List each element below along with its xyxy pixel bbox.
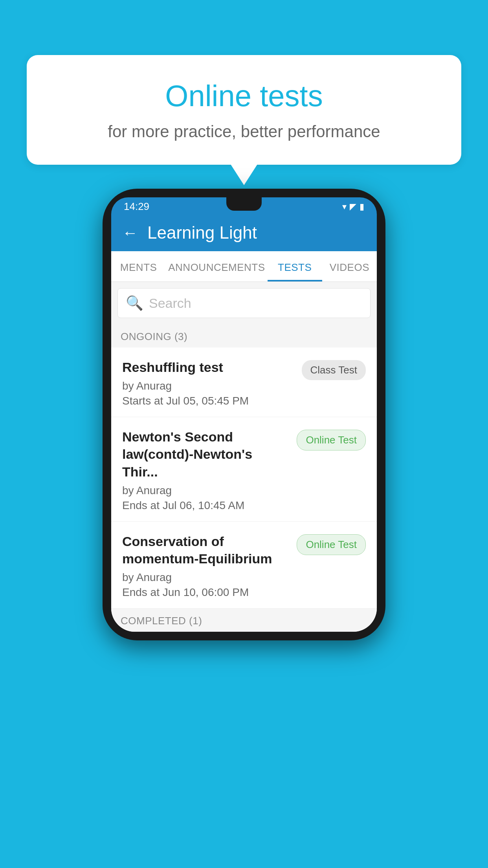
- test-badge-online: Online Test: [297, 534, 366, 555]
- tab-videos[interactable]: VIDEOS: [322, 251, 377, 281]
- status-bar: 14:29 ▾ ◤ ▮: [111, 197, 377, 214]
- test-time: Ends at Jun 10, 06:00 PM: [122, 586, 290, 599]
- speech-bubble: Online tests for more practice, better p…: [27, 55, 461, 165]
- test-item[interactable]: Conservation of momentum-Equilibrium by …: [111, 522, 377, 609]
- test-item[interactable]: Newton's Second law(contd)-Newton's Thir…: [111, 417, 377, 522]
- ongoing-section-header: ONGOING (3): [111, 324, 377, 348]
- phone-screen: ← Learning Light MENTS ANNOUNCEMENTS TES…: [111, 214, 377, 632]
- test-info: Newton's Second law(contd)-Newton's Thir…: [122, 428, 290, 512]
- back-button[interactable]: ←: [122, 224, 138, 242]
- test-time: Ends at Jul 06, 10:45 AM: [122, 499, 290, 512]
- tab-announcements[interactable]: ANNOUNCEMENTS: [166, 251, 267, 281]
- phone-mockup: 14:29 ▾ ◤ ▮ ← Learning Light MENTS ANNO: [103, 189, 385, 640]
- search-placeholder: Search: [149, 296, 191, 311]
- tab-ments[interactable]: MENTS: [111, 251, 166, 281]
- bubble-title: Online tests: [58, 79, 430, 113]
- bubble-subtitle: for more practice, better performance: [58, 122, 430, 141]
- test-by: by Anurag: [122, 380, 295, 392]
- test-name: Conservation of momentum-Equilibrium: [122, 533, 290, 567]
- test-badge-class: Class Test: [302, 360, 366, 380]
- wifi-icon: ▾: [342, 202, 347, 212]
- test-item[interactable]: Reshuffling test by Anurag Starts at Jul…: [111, 348, 377, 417]
- test-info: Conservation of momentum-Equilibrium by …: [122, 533, 290, 599]
- test-name: Reshuffling test: [122, 359, 295, 376]
- status-icons: ▾ ◤ ▮: [342, 202, 364, 212]
- test-by: by Anurag: [122, 484, 290, 497]
- completed-section-header: COMPLETED (1): [111, 609, 377, 632]
- test-info: Reshuffling test by Anurag Starts at Jul…: [122, 359, 295, 407]
- app-header-title: Learning Light: [147, 223, 257, 243]
- test-by: by Anurag: [122, 571, 290, 584]
- app-header: ← Learning Light: [111, 214, 377, 251]
- battery-icon: ▮: [360, 202, 364, 212]
- test-time: Starts at Jul 05, 05:45 PM: [122, 395, 295, 407]
- signal-icon: ◤: [350, 202, 356, 212]
- test-list: Reshuffling test by Anurag Starts at Jul…: [111, 348, 377, 609]
- search-bar[interactable]: 🔍 Search: [117, 288, 371, 318]
- phone-time: 14:29: [124, 200, 149, 213]
- search-container: 🔍 Search: [111, 282, 377, 324]
- test-name: Newton's Second law(contd)-Newton's Thir…: [122, 428, 290, 480]
- tab-tests[interactable]: TESTS: [268, 251, 322, 281]
- search-icon: 🔍: [126, 295, 143, 311]
- speech-bubble-section: Online tests for more practice, better p…: [27, 55, 461, 165]
- test-badge-online: Online Test: [297, 430, 366, 451]
- tab-bar: MENTS ANNOUNCEMENTS TESTS VIDEOS: [111, 251, 377, 282]
- phone-notch: [226, 197, 262, 211]
- phone-outer: 14:29 ▾ ◤ ▮ ← Learning Light MENTS ANNO: [103, 189, 385, 640]
